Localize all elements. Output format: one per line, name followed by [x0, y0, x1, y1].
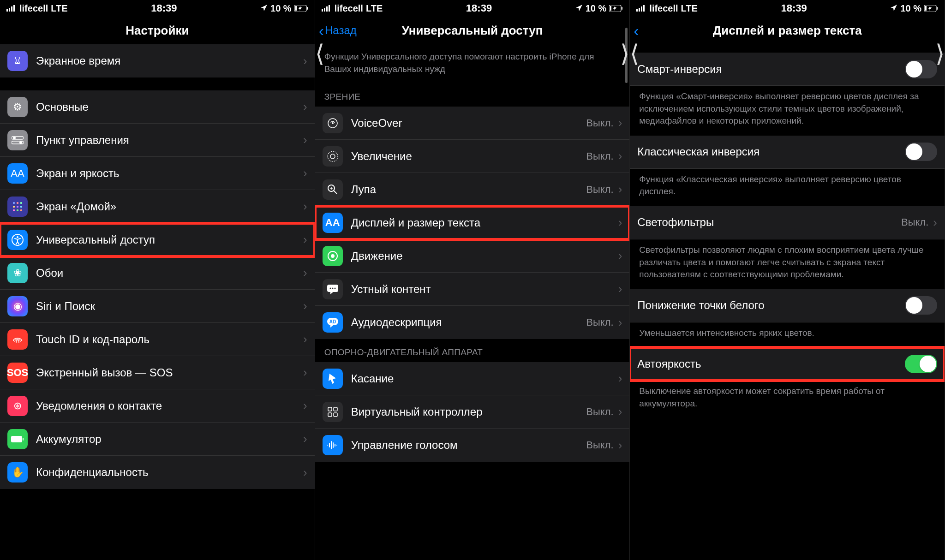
row-privacy[interactable]: ✋ Конфиденциальность › [0, 456, 315, 489]
row-motion[interactable]: Движение › [315, 239, 630, 273]
chevron-right-icon: › [618, 405, 622, 419]
svg-rect-18 [17, 209, 18, 211]
label: Автояркость [637, 357, 905, 370]
row-touch-id[interactable]: Touch ID и код-пароль › [0, 323, 315, 356]
clock-label: 18:39 [781, 2, 807, 14]
chevron-left-icon: ‹ [319, 23, 324, 38]
toggle-smart-invert[interactable] [905, 60, 937, 78]
svg-point-21 [17, 236, 18, 238]
voiceover-icon [323, 113, 343, 133]
svg-rect-0 [6, 9, 8, 12]
row-exposure[interactable]: ⊛ Уведомления о контакте › [0, 389, 315, 423]
row-switch-control[interactable]: Виртуальный контроллер Выкл. › [315, 395, 630, 429]
back-button[interactable]: ‹ [634, 23, 639, 38]
label: Касание [351, 372, 618, 385]
location-icon [575, 3, 583, 14]
svg-rect-14 [13, 206, 15, 208]
reduce-white-desc: Уменьшается интенсивность ярких цветов. [630, 322, 945, 348]
section-vision: ЗРЕНИЕ [315, 83, 630, 107]
row-sos[interactable]: SOS Экстренный вызов — SOS › [0, 356, 315, 389]
row-smart-invert[interactable]: Смарт-инверсия [630, 53, 945, 86]
row-screen-time[interactable]: ⌛︎ Экранное время › [0, 44, 315, 77]
swipe-left-icon: ⟨ [630, 42, 639, 66]
nav-header: ‹ Дисплей и размер текста [630, 17, 945, 44]
svg-rect-6 [307, 7, 308, 10]
svg-rect-26 [326, 6, 328, 12]
accessibility-list[interactable]: Функции Универсального доступа помогают … [315, 44, 630, 560]
svg-rect-53 [925, 6, 927, 11]
row-spoken[interactable]: Устный контент › [315, 273, 630, 306]
row-display-text-size[interactable]: AA Дисплей и размер текста › [315, 206, 630, 239]
pointer-icon [323, 369, 343, 389]
label: Светофильтры [637, 216, 901, 229]
row-control-center[interactable]: Пункт управления › [0, 124, 315, 157]
status-bar: lifecell LTE 18:39 10 % [0, 0, 315, 17]
chevron-right-icon: › [618, 371, 622, 386]
chevron-right-icon: › [303, 299, 307, 313]
row-classic-invert[interactable]: Классическая инверсия [630, 136, 945, 169]
svg-point-39 [329, 287, 331, 289]
color-filters-desc: Светофильтры позволяют людям с плохим во… [630, 239, 945, 289]
svg-rect-44 [328, 407, 332, 411]
chevron-right-icon: › [618, 149, 622, 163]
display-settings-list[interactable]: Смарт-инверсия Функция «Смарт-инверсия» … [630, 44, 945, 560]
chevron-right-icon: › [618, 116, 622, 130]
screen-accessibility: ⟨ ⟩ lifecell LTE 18:39 10 % ‹ Назад Унив… [315, 0, 630, 560]
nav-header: Настройки [0, 17, 315, 44]
svg-point-10 [19, 141, 22, 144]
row-wallpaper[interactable]: ❀ Обои › [0, 256, 315, 290]
battery-icon [924, 3, 938, 14]
row-display-brightness[interactable]: AA Экран и яркость › [0, 157, 315, 190]
chevron-right-icon: › [303, 166, 307, 180]
signal-icon [6, 3, 17, 14]
switch-grid-icon [323, 402, 343, 422]
row-accessibility[interactable]: Универсальный доступ › [0, 223, 315, 256]
row-touch[interactable]: Касание › [315, 362, 630, 395]
location-icon [890, 3, 897, 14]
chevron-right-icon: › [303, 54, 307, 68]
svg-rect-54 [937, 7, 938, 10]
label: Экстренный вызов — SOS [36, 366, 303, 379]
label: Обои [36, 267, 303, 280]
svg-rect-51 [643, 5, 645, 12]
svg-point-8 [13, 137, 16, 139]
toggle-classic-invert[interactable] [905, 143, 937, 161]
row-auto-brightness[interactable]: Автояркость [630, 347, 945, 381]
chevron-right-icon: › [303, 232, 307, 247]
chevron-right-icon: › [618, 282, 622, 296]
row-reduce-white-point[interactable]: Понижение точки белого [630, 289, 945, 322]
svg-point-33 [328, 151, 338, 161]
row-audio-description[interactable]: AD Аудиодескрипция Выкл. › [315, 306, 630, 339]
chevron-right-icon: › [618, 182, 622, 197]
back-button[interactable]: ‹ Назад [319, 23, 357, 38]
row-battery[interactable]: Аккумулятор › [0, 423, 315, 456]
row-magnifier[interactable]: Лупа Выкл. › [315, 173, 630, 206]
swipe-right-icon: ⟩ [620, 42, 629, 66]
row-siri-search[interactable]: ◉ Siri и Поиск › [0, 290, 315, 323]
toggle-auto-brightness[interactable] [905, 355, 937, 373]
chevron-right-icon: › [618, 249, 622, 263]
svg-rect-5 [295, 6, 297, 11]
chevron-right-icon: › [303, 465, 307, 480]
svg-rect-23 [23, 438, 24, 441]
clock-label: 18:39 [151, 2, 177, 14]
label: Экран «Домой» [36, 200, 303, 213]
label: Увеличение [351, 150, 586, 163]
fingerprint-icon [7, 329, 28, 350]
hand-icon: ✋ [7, 462, 28, 483]
value: Выкл. [586, 439, 613, 451]
row-zoom[interactable]: Увеличение Выкл. › [315, 140, 630, 173]
chevron-right-icon: › [618, 438, 622, 453]
settings-list[interactable]: ⌛︎ Экранное время › ⚙︎ Основные › Пункт … [0, 44, 315, 560]
label: Аккумулятор [36, 433, 303, 446]
row-color-filters[interactable]: Светофильтры Выкл. › [630, 206, 945, 239]
row-general[interactable]: ⚙︎ Основные › [0, 90, 315, 124]
motion-icon [323, 246, 343, 266]
chevron-right-icon: › [303, 332, 307, 346]
section-motor: ОПОРНО-ДВИГАТЕЛЬНЫЙ АППАРАТ [315, 339, 630, 362]
row-home-screen[interactable]: Экран «Домой» › [0, 190, 315, 223]
row-voice-control[interactable]: Управление голосом Выкл. › [315, 429, 630, 462]
battery-label: 10 % [270, 3, 292, 14]
toggle-reduce-white[interactable] [905, 296, 937, 315]
row-voiceover[interactable]: VoiceOver Выкл. › [315, 107, 630, 140]
